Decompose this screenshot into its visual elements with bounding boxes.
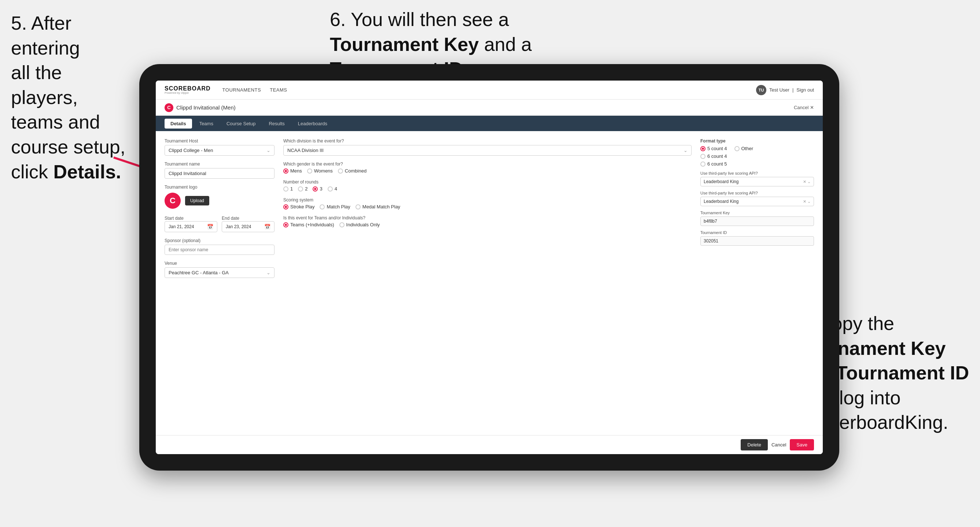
tab-results[interactable]: Results <box>263 119 290 129</box>
scoring-radio-row: Stroke Play Match Play Medal Match Play <box>283 204 692 210</box>
scoring-medal[interactable]: Medal Match Play <box>355 204 400 210</box>
tab-leaderboards[interactable]: Leaderboards <box>292 119 333 129</box>
tournament-name-display: Clippd Invitational (Men) <box>176 105 235 111</box>
teams-teams[interactable]: Teams (+Individuals) <box>283 222 334 227</box>
scoring-match[interactable]: Match Play <box>320 204 350 210</box>
format-other[interactable]: Other <box>735 146 754 151</box>
end-date-label: End date <box>222 216 239 221</box>
cancel-button[interactable]: Cancel <box>772 442 786 448</box>
scoring-medal-radio[interactable] <box>355 204 361 210</box>
gender-womens[interactable]: Womens <box>307 168 333 174</box>
rounds-1[interactable]: 1 <box>283 186 293 192</box>
scoring-group: Scoring system Stroke Play Match Play <box>283 197 692 210</box>
format-6count4[interactable]: 6 count 4 <box>700 154 814 159</box>
gender-combined-radio[interactable] <box>338 168 343 174</box>
third-party-section-2: Use third-party live scoring API? Leader… <box>700 191 814 206</box>
format-6count5[interactable]: 6 count 5 <box>700 161 814 167</box>
upload-button[interactable]: Upload <box>185 196 209 205</box>
nav-tournaments[interactable]: TOURNAMENTS <box>223 87 261 93</box>
teams-individuals[interactable]: Individuals Only <box>339 222 380 227</box>
tournament-key-label: Tournament Key <box>700 211 814 215</box>
tab-teams[interactable]: Teams <box>194 119 219 129</box>
rounds-radio-row: 1 2 3 4 <box>283 186 692 192</box>
rounds-4[interactable]: 4 <box>328 186 337 192</box>
select-clear-1[interactable]: ✕ ⌄ <box>803 179 811 184</box>
start-date-field: Start date Jan 21, 2024 📅 <box>165 214 217 232</box>
nav-right: TU Test User | Sign out <box>756 85 814 95</box>
tab-details[interactable]: Details <box>165 119 192 129</box>
third-party-label-2: Use third-party live scoring API? <box>700 191 814 195</box>
scoring-stroke-radio[interactable] <box>283 204 288 210</box>
rounds-3[interactable]: 3 <box>313 186 322 192</box>
date-row: Start date Jan 21, 2024 📅 End date Jan 2… <box>165 214 275 232</box>
teams-teams-radio[interactable] <box>283 222 288 227</box>
logo-circle: C <box>165 193 181 209</box>
select-clear-2[interactable]: ✕ ⌄ <box>803 199 811 204</box>
rounds-2-radio[interactable] <box>298 186 303 192</box>
sponsor-group: Sponsor (optional) <box>165 238 275 255</box>
tournament-title-row: C Clippd Invitational (Men) <box>165 103 794 112</box>
gender-radio-row: Mens Womens Combined <box>283 168 692 174</box>
scoring-stroke[interactable]: Stroke Play <box>283 204 315 210</box>
tournament-logo-group: Tournament logo C Upload <box>165 184 275 209</box>
tournament-id-section: Tournament ID 302051 <box>700 230 814 246</box>
nav-separator: | <box>792 87 794 93</box>
teams-label: Is this event for Teams and/or Individua… <box>283 215 692 221</box>
top-nav: SCOREBOARD Powered by clippd TOURNAMENTS… <box>156 81 823 100</box>
sign-out-link[interactable]: Sign out <box>796 87 814 93</box>
venue-select[interactable]: Peachtree GC - Atlanta - GA <box>165 267 275 278</box>
end-date-input[interactable]: Jan 23, 2024 📅 <box>222 221 275 232</box>
nav-links: TOURNAMENTS TEAMS <box>223 87 756 93</box>
third-party-select-1[interactable]: Leaderboard King ✕ ⌄ <box>700 177 814 186</box>
user-avatar: TU <box>756 85 766 95</box>
rounds-group: Number of rounds 1 2 3 <box>283 179 692 192</box>
save-button[interactable]: Save <box>790 439 814 451</box>
tabs-row: Details Teams Course Setup Results Leade… <box>156 116 823 131</box>
tournament-host-label: Tournament Host <box>165 138 275 144</box>
venue-label: Venue <box>165 261 275 266</box>
gender-mens-radio[interactable] <box>283 168 288 174</box>
nav-teams[interactable]: TEAMS <box>270 87 287 93</box>
division-group: Which division is the event for? NCAA Di… <box>283 138 692 156</box>
scoring-match-radio[interactable] <box>320 204 325 210</box>
left-column: Tournament Host Clippd College - Men Tou… <box>165 138 275 428</box>
start-date-label: Start date <box>165 216 184 221</box>
format-label: Format type <box>700 138 814 144</box>
tournament-key-value: b4f8b7 <box>700 216 814 226</box>
tournament-name-label: Tournament name <box>165 162 275 167</box>
sponsor-label: Sponsor (optional) <box>165 238 275 243</box>
sponsor-input[interactable] <box>165 244 275 255</box>
gender-group: Which gender is the event for? Mens Wome… <box>283 162 692 174</box>
tournament-name-group: Tournament name Clippd Invitational <box>165 162 275 179</box>
rounds-1-radio[interactable] <box>283 186 288 192</box>
tournament-id-label: Tournament ID <box>700 230 814 235</box>
end-date-field: End date Jan 23, 2024 📅 <box>222 214 275 232</box>
teams-individuals-radio[interactable] <box>339 222 345 227</box>
rounds-3-radio[interactable] <box>313 186 318 192</box>
logo-upload-row: C Upload <box>165 193 275 209</box>
format-row-1: 5 count 4 Other <box>700 146 814 151</box>
format-6count4-radio[interactable] <box>700 154 705 159</box>
start-date-input[interactable]: Jan 21, 2024 📅 <box>165 221 217 232</box>
tournament-host-select[interactable]: Clippd College - Men <box>165 145 275 156</box>
format-5count4[interactable]: 5 count 4 <box>700 146 727 151</box>
sub-header: C Clippd Invitational (Men) Cancel ✕ <box>156 100 823 116</box>
rounds-2[interactable]: 2 <box>298 186 307 192</box>
cancel-top-button[interactable]: Cancel ✕ <box>794 105 814 110</box>
format-options: 5 count 4 Other 6 count 4 <box>700 146 814 167</box>
gender-womens-radio[interactable] <box>307 168 312 174</box>
teams-radio-row: Teams (+Individuals) Individuals Only <box>283 222 692 227</box>
gender-label: Which gender is the event for? <box>283 162 692 167</box>
tournament-name-input[interactable]: Clippd Invitational <box>165 168 275 179</box>
format-6count5-radio[interactable] <box>700 162 705 167</box>
delete-button[interactable]: Delete <box>741 439 768 451</box>
format-other-radio[interactable] <box>735 146 740 151</box>
format-group: Format type 5 count 4 Other <box>700 138 814 167</box>
third-party-select-2[interactable]: Leaderboard King ✕ ⌄ <box>700 197 814 206</box>
gender-combined[interactable]: Combined <box>338 168 366 174</box>
division-select[interactable]: NCAA Division III <box>283 145 692 156</box>
format-5count4-radio[interactable] <box>700 146 705 151</box>
tab-course-setup[interactable]: Course Setup <box>221 119 262 129</box>
rounds-4-radio[interactable] <box>328 186 333 192</box>
gender-mens[interactable]: Mens <box>283 168 302 174</box>
